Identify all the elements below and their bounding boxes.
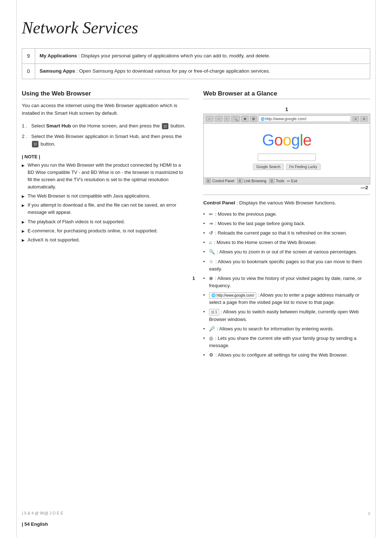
table-row: 9 My Applications : Displays your person… [22, 49, 370, 64]
google-search-bar[interactable] [258, 154, 316, 161]
bottom-footer-line: ) 5 & 4 @ 96@ J O E E y [22, 511, 370, 515]
table-row-content: My Applications : Displays your personal… [35, 49, 370, 64]
info-table: 9 My Applications : Displays your person… [22, 48, 370, 79]
note-item: E-commerce, for purchasing products onli… [22, 227, 189, 235]
link-browsing-status[interactable]: ⊞ Link Browsing [237, 179, 266, 183]
url-bar[interactable]: 🌐http://www.google.com/ [258, 115, 351, 122]
forward-button[interactable]: → [215, 116, 222, 122]
bullet-forward: ⇒ : Moves to the last page before going … [203, 220, 370, 227]
bullet-search: 🔎 : Allows you to search for information… [203, 325, 370, 333]
home-button[interactable]: ↑ [224, 116, 230, 122]
history-button[interactable]: ⊕ [250, 116, 257, 122]
callout-1: 1 [203, 106, 370, 112]
control-panel-status[interactable]: ⊞ Control Panel [206, 179, 234, 183]
step-1-text: Select Smart Hub on the Home screen, and… [31, 122, 185, 130]
control-panel-section: Control Panel : Displays the various Web… [203, 195, 370, 359]
google-logo: Google [262, 131, 311, 149]
bullet-zoom: 🔍 : Allows you to zoom in or out of the … [203, 248, 370, 256]
note-items: When you run the Web Browser with the pr… [22, 162, 189, 244]
smart-hub-icon: ⊡ [162, 123, 168, 130]
footer-page-right: y [368, 511, 371, 515]
web-browser-icon: ⊡ [32, 141, 38, 147]
bullet-settings: ⚙ : Allows you to configure all settings… [203, 351, 370, 359]
callout-2: —2 [361, 185, 368, 190]
feeling-lucky-button[interactable]: I'm Feeling Lucky [286, 164, 321, 170]
bullet-history: 1 ⊕ : Allows you to view the history of … [203, 275, 370, 289]
steps-list: 1 . Select Smart Hub on the Home screen,… [22, 122, 189, 148]
bullet-tabs: ⊡ 1 : Allows you to switch easily betwee… [203, 308, 370, 323]
page-title: Network Services [22, 18, 370, 37]
table-row-content: Samsung Apps : Open Samsung Apps to down… [35, 64, 370, 79]
back-button[interactable]: ← [206, 116, 213, 122]
table-row-text: : Open Samsung Apps to download various … [75, 68, 270, 74]
step-2: 2 . Select the Web Browser application i… [22, 133, 189, 148]
bullet-home: ⌂ : Moves to the Home screen of the Web … [203, 239, 370, 246]
note-item: The playback of Flash videos is not supp… [22, 218, 189, 225]
web-browser-glance-heading: Web Browser at a Glance [203, 90, 370, 99]
note-item: When you run the Web Browser with the pr… [22, 162, 189, 191]
browser-screenshot: ← → ↑ 🔍 ★ ⊕ 🌐http://www.google.com/ ≡ ✕ [203, 114, 370, 184]
bullet-back: ⇐ : Moves to the previous page. [203, 211, 370, 218]
control-panel-bullets: ⇐ : Moves to the previous page. ⇒ : Move… [203, 211, 370, 359]
step-1: 1 . Select Smart Hub on the Home screen,… [22, 122, 189, 130]
bullet-bookmark: ☆ : Allows you to bookmark specific page… [203, 258, 370, 273]
google-search-button[interactable]: Google Search [253, 164, 284, 170]
bookmark-button[interactable]: ★ [241, 116, 249, 122]
using-web-browser-intro: You can access the internet using the We… [22, 102, 189, 117]
zoom-button[interactable]: 🔍 [231, 116, 240, 122]
url-badge: 🌐 http://www.google.com/ [209, 292, 256, 299]
tools-status[interactable]: ⊞ Tools [269, 179, 284, 183]
note-box: | NOTE | When you run the Web Browser wi… [22, 154, 189, 244]
step-2-text: Select the Web Browser application in Sm… [31, 133, 189, 148]
using-web-browser-heading: Using the Web Browser [22, 90, 189, 99]
bullet-share: ◎ : Lets you share the current site with… [203, 335, 370, 349]
control-panel-description: Control Panel : Displays the various Web… [203, 199, 370, 207]
google-buttons: Google Search I'm Feeling Lucky [253, 164, 320, 170]
browser-toolbar: ← → ↑ 🔍 ★ ⊕ 🌐http://www.google.com/ ≡ ✕ [204, 114, 370, 124]
exit-status[interactable]: ↩ Exit [287, 179, 297, 183]
note-label: | NOTE | [22, 154, 189, 159]
control-panel-suffix: : Displays the various Web Browser funct… [235, 200, 336, 206]
step-1-number: 1 . [22, 122, 28, 130]
control-panel-label: Control Panel [203, 200, 235, 206]
tab-badge: ⊡ 1 [209, 309, 219, 316]
note-item: If you attempt to download a file, and t… [22, 202, 189, 216]
bullet-url: 🌐 http://www.google.com/ : Allows you to… [203, 292, 370, 306]
step-2-number: 2 . [22, 133, 28, 141]
table-row-label: Samsung Apps [40, 68, 75, 74]
table-row: 0 Samsung Apps : Open Samsung Apps to do… [22, 64, 370, 79]
note-item: The Web Browser is not compatible with J… [22, 192, 189, 200]
browser-statusbar: ⊞ Control Panel ⊞ Link Browsing ⊞ Tools … [204, 177, 370, 184]
table-row-label: My Applications [40, 53, 77, 58]
close-button[interactable]: ✕ [360, 116, 368, 122]
page-footer: | 54 English [22, 521, 370, 527]
bullet-reload: ↺ : Reloads the current page so that it … [203, 229, 370, 237]
table-row-number: 9 [22, 49, 35, 64]
browser-content: Google Google Search I'm Feeling Lucky [204, 124, 370, 177]
table-row-number: 0 [22, 64, 35, 79]
footer-code: ) 5 & 4 @ 96@ J O E E [22, 511, 63, 515]
table-row-text: : Displays your personal gallery of appl… [77, 53, 270, 58]
footer-page-indicator: | 54 English [22, 521, 48, 527]
note-item: ActiveX is not supported. [22, 236, 189, 244]
menu-button[interactable]: ≡ [352, 116, 359, 122]
browser-wrapper: 1 ← → ↑ 🔍 ★ ⊕ 🌐http://www.google.com/ ≡ [203, 106, 370, 184]
